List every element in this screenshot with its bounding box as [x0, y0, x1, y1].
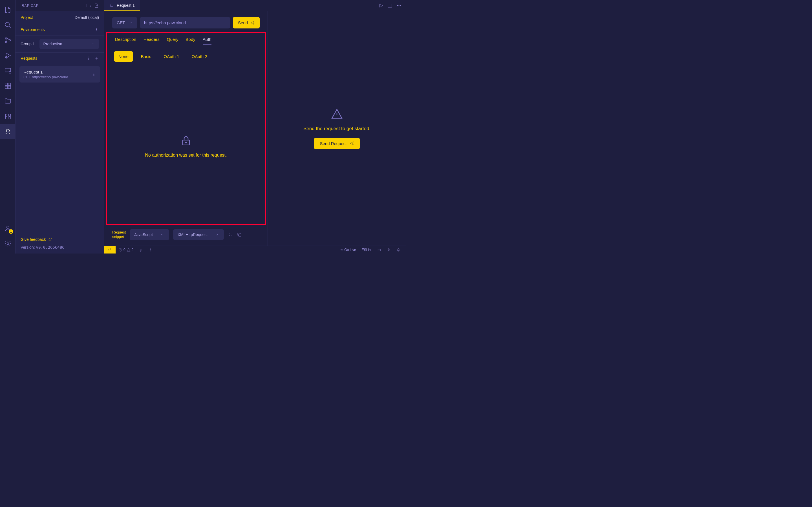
send-icon — [250, 20, 255, 25]
activity-bar: 1 — [0, 0, 15, 253]
sb-bolt-icon[interactable] — [136, 246, 146, 254]
lock-icon — [180, 135, 192, 147]
main: Request 1 GET Send — [104, 0, 406, 253]
auth-none[interactable]: None — [114, 51, 133, 62]
external-link-icon — [48, 237, 52, 241]
svg-point-15 — [96, 29, 97, 30]
explorer-icon[interactable] — [0, 2, 15, 17]
send-icon — [350, 141, 354, 146]
svg-point-6 — [9, 71, 11, 73]
env-more-icon[interactable] — [94, 27, 99, 32]
svg-point-13 — [7, 243, 9, 245]
sb-sync-icon[interactable] — [146, 246, 155, 254]
editor-tab[interactable]: Request 1 — [104, 0, 140, 11]
svg-rect-29 — [239, 234, 241, 236]
tab-headers[interactable]: Headers — [144, 37, 160, 45]
sidebar-header: RAPIDAPI — [15, 0, 104, 11]
svg-point-35 — [379, 250, 380, 250]
folder-icon[interactable] — [0, 94, 15, 109]
chevron-down-icon — [214, 232, 219, 237]
eslint-indicator[interactable]: ESLint — [359, 246, 374, 254]
auth-oauth2[interactable]: OAuth 2 — [187, 51, 212, 62]
auth-empty-state: No authorization was set for this reques… — [107, 68, 265, 224]
requests-more-icon[interactable] — [87, 56, 91, 61]
url-input[interactable] — [140, 17, 230, 29]
auth-oauth1[interactable]: OAuth 1 — [159, 51, 184, 62]
svg-point-36 — [388, 248, 390, 250]
warning-icon — [331, 108, 343, 120]
copy-icon[interactable] — [237, 232, 242, 237]
search-icon[interactable] — [0, 17, 15, 33]
request-item-sub: GET https://echo.paw.cloud — [23, 75, 68, 79]
svg-point-16 — [96, 31, 97, 31]
method-select[interactable]: GET — [112, 17, 137, 29]
tab-more-icon[interactable] — [396, 3, 402, 8]
requests-header: Requests — [15, 53, 104, 64]
run-icon[interactable] — [378, 3, 384, 8]
ghost-icon — [109, 3, 114, 8]
svg-point-25 — [399, 5, 399, 6]
add-request-icon[interactable] — [94, 56, 99, 61]
snippet-label: Request snippet — [112, 230, 126, 239]
rapidapi-icon[interactable] — [0, 124, 15, 139]
auth-basic[interactable]: Basic — [137, 51, 156, 62]
split-editor-icon[interactable] — [388, 3, 393, 8]
svg-point-20 — [94, 73, 94, 73]
svg-rect-33 — [378, 249, 380, 251]
snippet-row: Request snippet JavaScript XMLHttpReques… — [104, 225, 267, 244]
statusbar: 0 0 Go Live ESLint — [104, 245, 406, 253]
project-row[interactable]: Project Default (local) — [15, 11, 104, 24]
svg-point-14 — [96, 28, 97, 29]
tab-title: Request 1 — [117, 3, 135, 8]
library-icon[interactable] — [86, 3, 91, 8]
snippet-lib-select[interactable]: XMLHttpRequest — [173, 229, 224, 240]
export-icon[interactable] — [94, 3, 99, 8]
snippet-lang-select[interactable]: JavaScript — [130, 229, 169, 240]
remote-indicator[interactable] — [104, 246, 116, 254]
debug-icon[interactable] — [0, 48, 15, 63]
svg-point-21 — [94, 74, 94, 75]
tab-description[interactable]: Description — [115, 37, 136, 45]
bell-icon[interactable] — [394, 246, 403, 254]
extensions-icon[interactable] — [0, 78, 15, 94]
go-live-button[interactable]: Go Live — [336, 246, 359, 254]
svg-point-12 — [6, 226, 9, 228]
request-item-name: Request 1 — [23, 69, 68, 74]
tab-body[interactable]: Body — [186, 37, 195, 45]
request-item[interactable]: Request 1 GET https://echo.paw.cloud — [19, 66, 100, 82]
problems-indicator[interactable]: 0 0 — [116, 246, 136, 254]
request-pane: GET Send Description Headers Query Body — [104, 11, 268, 245]
version-text: Version: v0.0.2656486 — [20, 245, 99, 249]
response-empty-msg: Send the request to get started. — [303, 126, 370, 131]
code-icon[interactable] — [228, 232, 233, 237]
tab-query[interactable]: Query — [167, 37, 179, 45]
fm-icon[interactable] — [0, 109, 15, 124]
remote-explorer-icon[interactable] — [0, 63, 15, 78]
send-button[interactable]: Send — [233, 17, 260, 29]
settings-gear-icon[interactable] — [0, 236, 15, 251]
svg-point-3 — [9, 40, 10, 41]
copilot-icon[interactable] — [374, 246, 384, 254]
method-value: GET — [117, 20, 125, 25]
svg-point-26 — [400, 5, 400, 6]
tabbar: Request 1 — [104, 0, 406, 11]
send-request-button[interactable]: Send Request — [314, 138, 359, 149]
accounts-icon[interactable]: 1 — [0, 221, 15, 236]
tab-auth[interactable]: Auth — [203, 37, 211, 45]
group-label: Group 1 — [20, 42, 35, 46]
source-control-icon[interactable] — [0, 33, 15, 48]
svg-point-22 — [94, 75, 94, 76]
auth-type-row: None Basic OAuth 1 OAuth 2 — [107, 45, 265, 68]
accounts-badge: 1 — [9, 229, 13, 234]
highlighted-region: Description Headers Query Body Auth None… — [106, 32, 266, 225]
svg-point-34 — [378, 250, 379, 250]
request-tabs: Description Headers Query Body Auth — [107, 33, 265, 45]
env-selected: Production — [43, 42, 62, 46]
svg-point-17 — [89, 57, 89, 57]
svg-point-31 — [150, 249, 151, 250]
feedback-icon[interactable] — [384, 246, 394, 254]
svg-point-28 — [186, 142, 187, 143]
give-feedback-link[interactable]: Give feedback — [20, 237, 99, 242]
env-dropdown[interactable]: Production — [40, 39, 99, 49]
request-item-more-icon[interactable] — [92, 72, 96, 76]
